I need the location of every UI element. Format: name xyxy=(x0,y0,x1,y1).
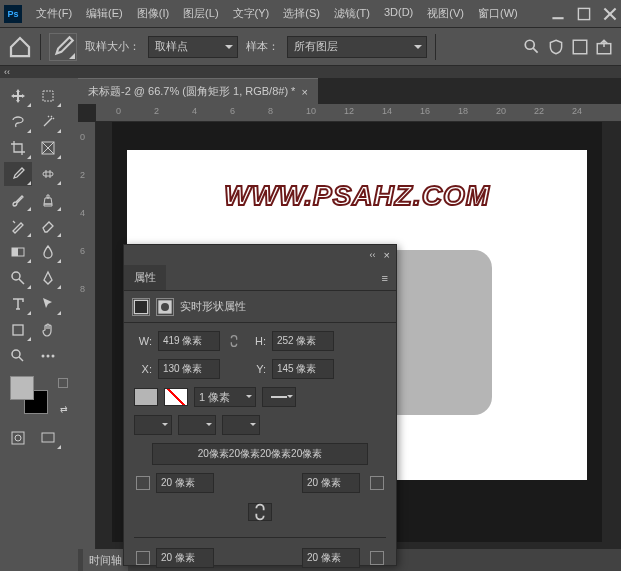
menu-layer[interactable]: 图层(L) xyxy=(177,2,224,25)
menu-file[interactable]: 文件(F) xyxy=(30,2,78,25)
color-swatches[interactable]: ⇄ xyxy=(10,376,50,416)
svg-point-4 xyxy=(525,40,534,49)
y-input[interactable]: 145 像素 xyxy=(272,359,334,379)
width-input[interactable]: 419 像素 xyxy=(158,331,220,351)
mask-properties-icon[interactable] xyxy=(156,298,174,316)
collapse-panel-icon[interactable]: ‹‹ xyxy=(370,250,376,260)
minimize-button[interactable] xyxy=(551,7,565,21)
svg-point-15 xyxy=(12,272,20,280)
link-radii-icon[interactable] xyxy=(248,503,272,521)
stroke-color-swatch[interactable] xyxy=(164,388,188,406)
screenmode-tool[interactable] xyxy=(34,426,62,450)
blur-tool[interactable] xyxy=(34,240,62,264)
svg-line-16 xyxy=(19,279,24,284)
menu-bar: 文件(F) 编辑(E) 图像(I) 图层(L) 文字(Y) 选择(S) 滤镜(T… xyxy=(30,2,543,25)
zoom-tool[interactable] xyxy=(4,344,32,368)
hand-tool[interactable] xyxy=(34,318,62,342)
menu-select[interactable]: 选择(S) xyxy=(277,2,326,25)
stroke-style-select[interactable] xyxy=(262,387,296,407)
menu-view[interactable]: 视图(V) xyxy=(421,2,470,25)
menu-window[interactable]: 窗口(W) xyxy=(472,2,524,25)
sample-label: 样本： xyxy=(246,39,279,54)
eraser-tool[interactable] xyxy=(34,214,62,238)
sample-layer-select[interactable]: 所有图层 xyxy=(287,36,427,58)
move-tool[interactable] xyxy=(4,84,32,108)
document-tab[interactable]: 未标题-2 @ 66.7% (圆角矩形 1, RGB/8#) * × xyxy=(78,78,318,104)
quickmask-tool[interactable] xyxy=(4,426,32,450)
gradient-tool[interactable] xyxy=(4,240,32,264)
bl-radius-input[interactable]: 20 像素 xyxy=(156,548,214,568)
active-tool-eyedropper-icon[interactable] xyxy=(49,33,77,61)
width-label: W: xyxy=(134,335,152,347)
sample-size-label: 取样大小： xyxy=(85,39,140,54)
svg-rect-23 xyxy=(12,432,24,444)
close-panel-icon[interactable]: × xyxy=(384,249,390,261)
share-icon[interactable] xyxy=(595,38,613,56)
maximize-button[interactable] xyxy=(577,7,591,21)
height-input[interactable]: 252 像素 xyxy=(272,331,334,351)
tl-radius-input[interactable]: 20 像素 xyxy=(156,473,214,493)
tr-radius-input[interactable]: 20 像素 xyxy=(302,473,360,493)
crop-tool[interactable] xyxy=(4,136,32,160)
corner-select[interactable] xyxy=(222,415,260,435)
watermark-text: WWW.PSAHZ.COM xyxy=(224,180,490,212)
properties-tab[interactable]: 属性 xyxy=(124,265,166,290)
close-button[interactable] xyxy=(603,7,617,21)
panel-menu-icon[interactable]: ≡ xyxy=(374,272,396,284)
menu-image[interactable]: 图像(I) xyxy=(131,2,175,25)
vertical-ruler: 0 2 4 6 8 xyxy=(78,122,96,571)
svg-rect-14 xyxy=(12,248,18,256)
menu-edit[interactable]: 编辑(E) xyxy=(80,2,129,25)
brush-tool[interactable] xyxy=(4,188,32,212)
menu-type[interactable]: 文字(Y) xyxy=(227,2,276,25)
eyedropper-tool[interactable] xyxy=(4,162,32,186)
more-tools[interactable] xyxy=(34,344,62,368)
swap-colors-icon[interactable]: ⇄ xyxy=(60,404,68,414)
ps-logo-icon: Ps xyxy=(4,5,22,23)
radius-summary[interactable]: 20像素20像素20像素20像素 xyxy=(152,443,368,465)
height-label: H: xyxy=(248,335,266,347)
sample-size-select[interactable]: 取样点 xyxy=(148,36,238,58)
svg-rect-25 xyxy=(42,433,54,442)
foreground-color[interactable] xyxy=(10,376,34,400)
history-brush-tool[interactable] xyxy=(4,214,32,238)
menu-3d[interactable]: 3D(D) xyxy=(378,2,419,25)
svg-rect-17 xyxy=(13,325,23,335)
shield-icon[interactable] xyxy=(547,38,565,56)
magic-wand-tool[interactable] xyxy=(34,110,62,134)
collapse-arrow-icon[interactable]: ‹‹ xyxy=(4,67,10,77)
fill-color-swatch[interactable] xyxy=(134,388,158,406)
svg-line-5 xyxy=(533,48,538,53)
svg-rect-8 xyxy=(43,91,53,101)
clone-stamp-tool[interactable] xyxy=(34,188,62,212)
shape-tool[interactable] xyxy=(4,318,32,342)
artboard-tool[interactable] xyxy=(34,84,62,108)
pen-tool[interactable] xyxy=(34,266,62,290)
document-tab-label: 未标题-2 @ 66.7% (圆角矩形 1, RGB/8#) * xyxy=(88,84,295,99)
bl-lock-checkbox[interactable] xyxy=(136,551,150,565)
healing-tool[interactable] xyxy=(34,162,62,186)
svg-rect-6 xyxy=(573,40,587,54)
cap-select[interactable] xyxy=(178,415,216,435)
path-select-tool[interactable] xyxy=(34,292,62,316)
menu-filter[interactable]: 滤镜(T) xyxy=(328,2,376,25)
search-icon[interactable] xyxy=(523,38,541,56)
frame-icon[interactable] xyxy=(571,38,589,56)
home-icon[interactable] xyxy=(8,35,32,59)
link-wh-icon[interactable] xyxy=(226,333,242,349)
timeline-panel-tab[interactable]: 时间轴 xyxy=(83,549,128,571)
align-select[interactable] xyxy=(134,415,172,435)
svg-point-20 xyxy=(42,355,45,358)
stroke-width-input[interactable]: 1 像素 xyxy=(194,387,256,407)
shape-properties-icon[interactable] xyxy=(132,298,150,316)
tl-lock-checkbox[interactable] xyxy=(136,476,150,490)
frame-tool[interactable] xyxy=(34,136,62,160)
svg-rect-1 xyxy=(578,8,589,19)
close-tab-icon[interactable]: × xyxy=(301,86,307,98)
default-colors-icon[interactable] xyxy=(58,378,68,388)
x-input[interactable]: 130 像素 xyxy=(158,359,220,379)
dodge-tool[interactable] xyxy=(4,266,32,290)
lasso-tool[interactable] xyxy=(4,110,32,134)
type-tool[interactable] xyxy=(4,292,32,316)
br-radius-input[interactable]: 20 像素 xyxy=(302,548,360,568)
